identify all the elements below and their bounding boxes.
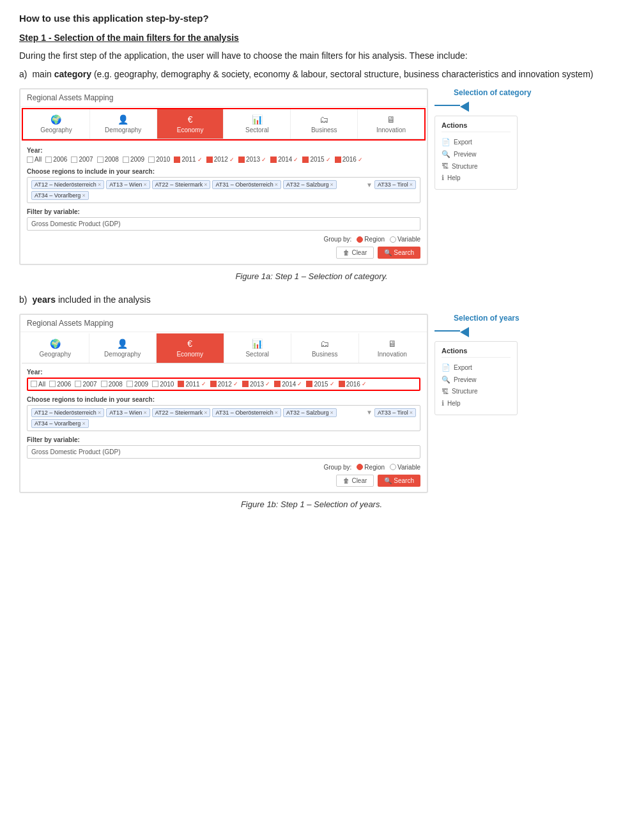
chk-2009[interactable] bbox=[123, 157, 129, 163]
cat-sectoral-1b[interactable]: 📊 Sectoral bbox=[224, 333, 292, 363]
year-2010[interactable]: 2010 bbox=[148, 156, 170, 163]
group-region-1b[interactable]: Region bbox=[357, 464, 385, 471]
year-2010-b[interactable]: 2010 bbox=[152, 381, 174, 388]
chk-all[interactable] bbox=[27, 157, 33, 163]
chk-2015-b[interactable] bbox=[306, 381, 312, 387]
cat-economy-1b[interactable]: € Economy bbox=[157, 333, 224, 363]
clear-button-1a[interactable]: 🗑 Clear bbox=[336, 247, 374, 259]
year-2016[interactable]: 2016✓ bbox=[335, 156, 363, 163]
cat-demography-1a[interactable]: 👤 Demography bbox=[90, 109, 157, 139]
year-2014[interactable]: 2014✓ bbox=[270, 156, 298, 163]
cat-sectoral-1a[interactable]: 📊 Sectoral bbox=[224, 109, 291, 139]
category-nav-1a[interactable]: 🌍 Geography 👤 Demography € Economy � bbox=[23, 109, 424, 139]
action-help-1b[interactable]: ℹ Help bbox=[442, 397, 511, 409]
cat-business-1a[interactable]: 🗂 Business bbox=[291, 109, 358, 139]
tag-at33-b[interactable]: AT33 – Tirol× bbox=[374, 408, 416, 417]
tag-at12[interactable]: AT12 – Niederösterreich× bbox=[31, 180, 104, 189]
radio-variable-1b[interactable] bbox=[390, 464, 396, 470]
chk-2014-b[interactable] bbox=[274, 381, 281, 387]
cat-innovation-1b[interactable]: 🖥 Innovation bbox=[359, 333, 426, 363]
action-preview-1a[interactable]: 🔍 Preview bbox=[442, 148, 511, 160]
year-2011[interactable]: 2011✓ bbox=[174, 156, 202, 163]
group-region-1a[interactable]: Region bbox=[357, 236, 385, 243]
action-structure-1b[interactable]: 🏗 Structure bbox=[442, 386, 511, 397]
cat-geography-1a[interactable]: 🌍 Geography bbox=[23, 109, 90, 139]
chk-2013[interactable] bbox=[238, 157, 245, 163]
regions-dropdown-arrow-b[interactable]: ▼ bbox=[366, 409, 373, 416]
cat-demography-1b[interactable]: 👤 Demography bbox=[89, 333, 157, 363]
tag-at13[interactable]: AT13 – Wien× bbox=[106, 180, 150, 189]
year-2015-b[interactable]: 2015✓ bbox=[306, 381, 334, 388]
year-2008[interactable]: 2008 bbox=[97, 156, 119, 163]
tag-at22[interactable]: AT22 – Steiermark× bbox=[152, 180, 211, 189]
search-button-1b[interactable]: 🔍 Search bbox=[378, 475, 420, 487]
tag-at31[interactable]: AT31 – Oberösterreich× bbox=[212, 180, 281, 189]
year-2009[interactable]: 2009 bbox=[123, 156, 144, 163]
cat-innovation-1a[interactable]: 🖥 Innovation bbox=[358, 109, 424, 139]
chk-2008[interactable] bbox=[97, 157, 104, 163]
regions-box-1b[interactable]: AT12 – Niederösterreich× AT13 – Wien× AT… bbox=[27, 405, 420, 431]
radio-region[interactable] bbox=[357, 236, 363, 243]
chk-2007[interactable] bbox=[71, 157, 77, 163]
year-2012[interactable]: 2012✓ bbox=[206, 156, 235, 163]
chk-2013-b[interactable] bbox=[242, 381, 249, 387]
year-2007[interactable]: 2007 bbox=[71, 156, 93, 163]
regions-dropdown-arrow[interactable]: ▼ bbox=[366, 181, 373, 188]
tag-at34-b[interactable]: AT34 – Vorarlberg× bbox=[31, 419, 89, 428]
chk-2011-b[interactable] bbox=[178, 381, 184, 387]
year-2007-b[interactable]: 2007 bbox=[75, 381, 96, 388]
year-all-b[interactable]: All bbox=[31, 381, 45, 388]
chk-2012-b[interactable] bbox=[210, 381, 217, 387]
year-2013[interactable]: 2013✓ bbox=[238, 156, 266, 163]
group-variable-1a[interactable]: Variable bbox=[390, 236, 420, 243]
chk-2006-b[interactable] bbox=[49, 381, 56, 387]
chk-2012[interactable] bbox=[206, 157, 213, 163]
year-2011-b[interactable]: 2011✓ bbox=[178, 381, 206, 388]
tag-at33[interactable]: AT33 – Tirol× bbox=[374, 180, 416, 189]
year-2014-b[interactable]: 2014✓ bbox=[274, 381, 302, 388]
filter-var-box-1b[interactable]: Gross Domestic Product (GDP) bbox=[27, 445, 420, 459]
year-2015[interactable]: 2015✓ bbox=[302, 156, 330, 163]
chk-2009-b[interactable] bbox=[127, 381, 133, 387]
year-2008-b[interactable]: 2008 bbox=[101, 381, 123, 388]
tag-at13-b[interactable]: AT13 – Wien× bbox=[106, 408, 150, 417]
chk-2016[interactable] bbox=[335, 157, 341, 163]
chk-2016-b[interactable] bbox=[339, 381, 345, 387]
year-all[interactable]: All bbox=[27, 156, 42, 163]
chk-2015[interactable] bbox=[302, 157, 309, 163]
action-preview-1b[interactable]: 🔍 Preview bbox=[442, 374, 511, 386]
year-2006-b[interactable]: 2006 bbox=[49, 381, 71, 388]
radio-variable[interactable] bbox=[390, 236, 396, 243]
action-export-1a[interactable]: 📄 Export bbox=[442, 136, 511, 148]
tag-at32-b[interactable]: AT32 – Salzburg× bbox=[283, 408, 337, 417]
action-export-1b[interactable]: 📄 Export bbox=[442, 362, 511, 374]
year-2009-b[interactable]: 2009 bbox=[127, 381, 148, 388]
tag-at31-b[interactable]: AT31 – Oberösterreich× bbox=[212, 408, 281, 417]
chk-2010[interactable] bbox=[148, 157, 155, 163]
year-2012-b[interactable]: 2012✓ bbox=[210, 381, 238, 388]
search-button-1a[interactable]: 🔍 Search bbox=[378, 247, 420, 259]
cat-economy-1a[interactable]: € Economy bbox=[157, 109, 224, 139]
year-2016-b[interactable]: 2016✓ bbox=[339, 381, 367, 388]
year-2006[interactable]: 2006 bbox=[45, 156, 67, 163]
group-variable-1b[interactable]: Variable bbox=[390, 464, 420, 471]
chk-2011[interactable] bbox=[174, 157, 180, 163]
chk-2007-b[interactable] bbox=[75, 381, 81, 387]
action-structure-1a[interactable]: 🏗 Structure bbox=[442, 160, 511, 172]
year-2013-b[interactable]: 2013✓ bbox=[242, 381, 270, 388]
cat-business-1b[interactable]: 🗂 Business bbox=[291, 333, 359, 363]
category-nav-1b[interactable]: 🌍 Geography 👤 Demography € Economy � bbox=[22, 333, 426, 363]
action-help-1a[interactable]: ℹ Help bbox=[442, 172, 511, 184]
filter-var-box-1a[interactable]: Gross Domestic Product (GDP) bbox=[27, 217, 420, 231]
tag-at12-b[interactable]: AT12 – Niederösterreich× bbox=[31, 408, 104, 417]
chk-2010-b[interactable] bbox=[152, 381, 158, 387]
tag-at32[interactable]: AT32 – Salzburg× bbox=[283, 180, 337, 189]
chk-all-b[interactable] bbox=[31, 381, 37, 387]
regions-box-1a[interactable]: AT12 – Niederösterreich× AT13 – Wien× AT… bbox=[27, 177, 420, 203]
cat-geography-1b[interactable]: 🌍 Geography bbox=[22, 333, 89, 363]
tag-at22-b[interactable]: AT22 – Steiermark× bbox=[152, 408, 211, 417]
radio-region-1b[interactable] bbox=[357, 464, 363, 470]
chk-2008-b[interactable] bbox=[101, 381, 107, 387]
clear-button-1b[interactable]: 🗑 Clear bbox=[336, 475, 374, 487]
chk-2014[interactable] bbox=[270, 157, 277, 163]
